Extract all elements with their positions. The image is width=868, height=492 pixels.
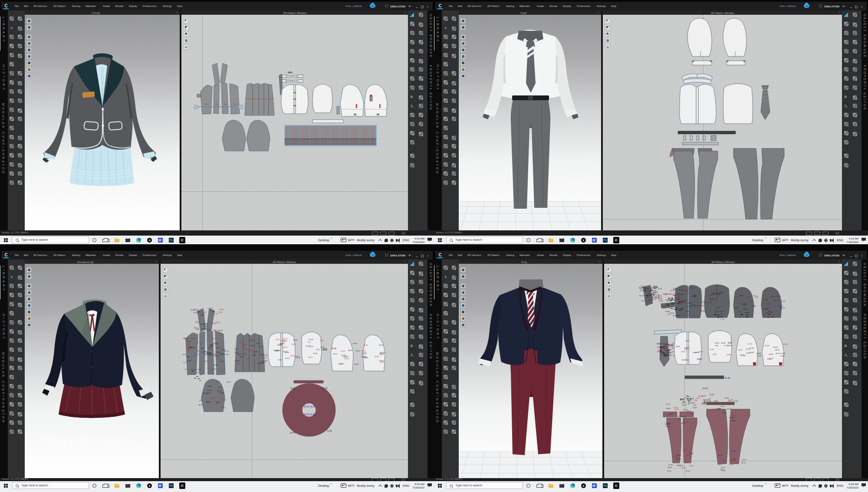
svg-text:15.59: 15.59 [217,390,222,392]
svg-text:13.38: 13.38 [640,289,644,292]
svg-text:5.57: 5.57 [201,313,205,315]
svg-text:4.83: 4.83 [693,404,697,406]
svg-text:17.52: 17.52 [211,322,216,325]
svg-text:14.93: 14.93 [769,353,773,355]
svg-text:56.05: 56.05 [722,412,727,414]
svg-text:50.97: 50.97 [749,300,753,302]
svg-text:18.21: 18.21 [662,307,667,309]
svg-text:13.48: 13.48 [196,311,201,313]
svg-text:45.42: 45.42 [698,358,703,360]
svg-text:57.88: 57.88 [207,389,211,391]
svg-text:18.62: 18.62 [720,405,725,407]
svg-text:11.71: 11.71 [692,295,697,297]
svg-text:40.16: 40.16 [252,354,256,356]
svg-text:6.28: 6.28 [239,341,243,343]
svg-text:31.50: 31.50 [781,300,786,302]
svg-text:14.47: 14.47 [677,293,681,295]
svg-text:46.05: 46.05 [710,298,715,300]
svg-text:21.73: 21.73 [734,307,739,309]
svg-text:33.51: 33.51 [716,293,721,295]
svg-text:16.05: 16.05 [666,423,671,425]
svg-text:18.93: 18.93 [658,295,662,297]
svg-text:3.72: 3.72 [719,419,723,421]
svg-text:52.80: 52.80 [693,407,697,409]
svg-text:21.34: 21.34 [262,357,267,359]
svg-text:21.20: 21.20 [765,344,769,347]
svg-text:7.78: 7.78 [685,454,689,456]
svg-text:29.36: 29.36 [700,305,704,307]
svg-text:30.47: 30.47 [250,344,255,347]
svg-text:58.09: 58.09 [719,310,724,312]
svg-text:20.20: 20.20 [689,453,694,455]
svg-text:55.61: 55.61 [776,295,781,297]
svg-text:44.84: 44.84 [285,357,290,359]
svg-text:21.20: 21.20 [657,342,661,344]
svg-text:25.90: 25.90 [715,342,720,344]
svg-text:30.43: 30.43 [259,346,263,348]
svg-text:56.32: 56.32 [685,293,690,295]
svg-text:9.71: 9.71 [762,294,766,296]
svg-text:6.62: 6.62 [666,304,670,306]
svg-text:8.33: 8.33 [195,321,199,323]
svg-text:8.34: 8.34 [764,298,768,301]
svg-text:13.30: 13.30 [689,413,694,415]
svg-text:57.66: 57.66 [733,400,738,402]
svg-text:8.39: 8.39 [747,296,751,298]
svg-text:38.00: 38.00 [194,327,198,329]
svg-text:25.88: 25.88 [204,323,208,325]
svg-text:10.06: 10.06 [235,360,240,362]
svg-text:56.76: 56.76 [283,346,288,348]
svg-text:49.15: 49.15 [258,362,263,364]
svg-text:20.25: 20.25 [721,466,726,469]
svg-text:58.04: 58.04 [276,349,281,351]
svg-text:39.98: 39.98 [684,347,689,349]
svg-text:54.92: 54.92 [769,358,773,360]
svg-text:36.23: 36.23 [320,346,325,348]
svg-text:WIII: WIII [288,71,293,74]
svg-text:46.76: 46.76 [741,462,746,464]
svg-text:6.49: 6.49 [290,354,294,357]
svg-text:10.13: 10.13 [658,288,662,290]
svg-text:7.20: 7.20 [307,341,311,343]
svg-text:14.62: 14.62 [206,329,211,331]
svg-text:24.36: 24.36 [742,459,746,461]
svg-text:19.30: 19.30 [313,352,318,354]
svg-text:16.52: 16.52 [639,287,644,289]
svg-text:20.73: 20.73 [682,404,687,406]
svg-text:20.63: 20.63 [263,354,268,356]
svg-text:31.58: 31.58 [283,338,288,340]
svg-text:26.09: 26.09 [745,312,750,314]
svg-text:50.57: 50.57 [379,344,384,346]
svg-text:30.26: 30.26 [683,420,688,423]
svg-text:58.22: 58.22 [183,337,188,339]
svg-text:42.78: 42.78 [220,392,224,394]
svg-text:44.95: 44.95 [748,343,753,345]
svg-text:17.90: 17.90 [222,399,227,401]
svg-text:8.39: 8.39 [278,359,282,361]
svg-text:42.51: 42.51 [776,352,780,354]
svg-text:4.09: 4.09 [716,307,720,309]
svg-text:7.79: 7.79 [194,354,197,357]
svg-text:71.52: 71.52 [326,430,332,432]
svg-text:27.06: 27.06 [237,353,241,355]
svg-text:9.56: 9.56 [715,344,719,347]
svg-text:5.69: 5.69 [697,301,700,303]
svg-text:15.50: 15.50 [671,303,676,305]
svg-text:25.84: 25.84 [193,347,197,349]
svg-text:36.85: 36.85 [348,349,353,351]
svg-text:36.34: 36.34 [218,311,223,313]
svg-text:57.24: 57.24 [191,337,196,339]
svg-text:54.50: 54.50 [710,291,715,293]
svg-text:8.25: 8.25 [260,354,264,356]
svg-text:24.51: 24.51 [316,348,321,351]
svg-text:10.74: 10.74 [662,343,667,345]
svg-text:51.31: 51.31 [187,349,191,351]
svg-text:48.20: 48.20 [732,458,737,460]
svg-text:23.58: 23.58 [363,344,368,346]
svg-text:11.03: 11.03 [218,386,222,388]
svg-text:11.65: 11.65 [659,300,664,302]
svg-text:33.36: 33.36 [681,351,686,353]
svg-text:56.68: 56.68 [710,394,714,396]
svg-text:17.73: 17.73 [742,302,746,305]
svg-text:54.15: 54.15 [644,288,649,290]
